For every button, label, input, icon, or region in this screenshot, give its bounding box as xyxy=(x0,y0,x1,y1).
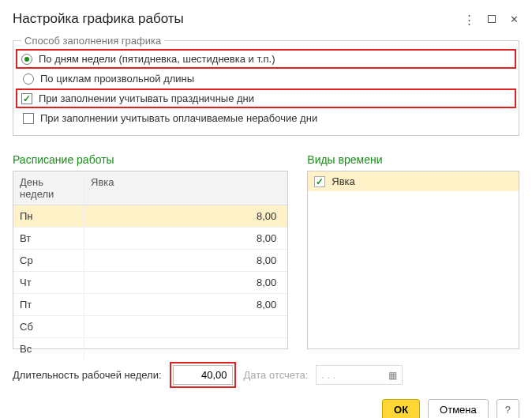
ok-button[interactable]: ОК xyxy=(382,399,420,418)
schedule-day-cell: Сб xyxy=(13,316,84,337)
radio-icon xyxy=(21,54,32,65)
ref-date-label: Дата отсчета: xyxy=(244,369,309,381)
schedule-row[interactable]: Чт8,00 xyxy=(13,272,287,294)
week-length-input[interactable] xyxy=(173,365,233,385)
schedule-day-cell: Пн xyxy=(13,205,84,227)
schedule-val-cell[interactable]: 8,00 xyxy=(84,294,287,315)
fill-method-legend: Способ заполнения графика xyxy=(21,35,164,47)
schedule-row[interactable]: Пт8,00 xyxy=(13,294,287,316)
col-attend-header[interactable]: Явка xyxy=(84,171,287,205)
schedule-val-cell[interactable] xyxy=(84,316,287,337)
schedule-day-cell: Пт xyxy=(13,294,84,315)
schedule-row[interactable]: Сб xyxy=(13,316,287,338)
schedule-val-cell[interactable] xyxy=(84,338,287,360)
maximize-icon[interactable] xyxy=(486,13,497,24)
schedule-val-cell[interactable]: 8,00 xyxy=(84,205,287,227)
calendar-icon[interactable]: ▦ xyxy=(388,370,397,381)
radio-by-weekdays-label: По дням недели (пятидневка, шестидневка … xyxy=(39,53,275,65)
schedule-val-cell[interactable]: 8,00 xyxy=(84,272,287,293)
timetype-label: Явка xyxy=(332,175,355,187)
radio-icon xyxy=(23,73,34,85)
schedule-day-cell: Ср xyxy=(13,250,84,271)
checkbox-icon xyxy=(23,113,34,124)
schedule-day-cell: Чт xyxy=(13,272,84,293)
schedule-row[interactable]: Вс xyxy=(13,338,287,360)
schedule-day-cell: Вс xyxy=(13,338,84,360)
schedule-row[interactable]: Пн8,00 xyxy=(13,205,287,228)
timetypes-title: Виды времени xyxy=(307,153,519,166)
schedule-row[interactable]: Вт8,00 xyxy=(13,228,287,250)
checkbox-icon xyxy=(21,93,32,104)
timetype-row[interactable]: Явка xyxy=(308,171,519,191)
cancel-button[interactable]: Отмена xyxy=(428,399,489,418)
ref-date-placeholder: . . . xyxy=(321,369,335,381)
col-day-header[interactable]: День недели xyxy=(13,171,84,205)
close-icon[interactable]: ✕ xyxy=(508,13,519,24)
menu-icon[interactable]: ⋮ xyxy=(464,13,475,24)
help-button[interactable]: ? xyxy=(496,399,519,418)
radio-by-weekdays[interactable]: По дням недели (пятидневка, шестидневка … xyxy=(17,50,515,68)
schedule-val-cell[interactable]: 8,00 xyxy=(84,250,287,271)
radio-by-cycles-label: По циклам произвольной длины xyxy=(40,73,194,85)
schedule-title: Расписание работы xyxy=(13,153,288,166)
window-title: Настройка графика работы xyxy=(13,11,184,27)
schedule-grid: День недели Явка Пн8,00Вт8,00Ср8,00Чт8,0… xyxy=(13,171,288,349)
checkbox-paid-nonwork-label: При заполнении учитывать оплачиваемые не… xyxy=(40,112,317,124)
timetypes-grid: Явка xyxy=(307,171,519,349)
schedule-val-cell[interactable]: 8,00 xyxy=(84,228,287,249)
schedule-row[interactable]: Ср8,00 xyxy=(13,250,287,272)
schedule-day-cell: Вт xyxy=(13,228,84,249)
week-length-highlight xyxy=(170,362,236,388)
checkbox-icon xyxy=(314,176,325,187)
checkbox-holidays[interactable]: При заполнении учитывать праздничные дни xyxy=(17,89,515,107)
checkbox-paid-nonwork[interactable]: При заполнении учитывать оплачиваемые не… xyxy=(21,109,511,127)
radio-by-cycles[interactable]: По циклам произвольной длины xyxy=(21,70,511,88)
fill-method-group: Способ заполнения графика По дням недели… xyxy=(13,35,519,136)
ref-date-input[interactable]: . . . ▦ xyxy=(316,365,403,385)
week-length-label: Длительность рабочей недели: xyxy=(13,369,162,381)
checkbox-holidays-label: При заполнении учитывать праздничные дни xyxy=(39,92,254,104)
